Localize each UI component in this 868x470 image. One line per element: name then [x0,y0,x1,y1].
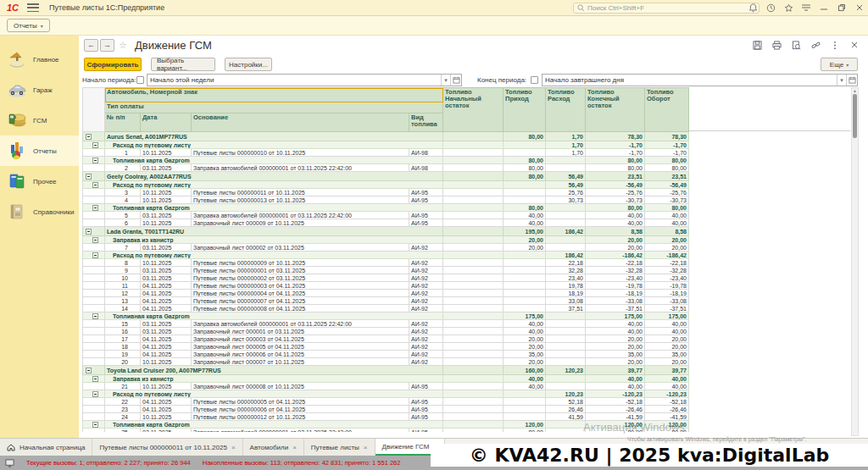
fuel-value-cell[interactable]: -18,19 [645,290,689,297]
fuel-value-cell[interactable] [504,149,546,157]
group-payment-label[interactable]: Топливная карта Gazprom [105,312,443,320]
row-fuel-type[interactable]: АИ-92 [409,267,443,274]
row-fuel-type[interactable]: АИ-98 [409,164,443,172]
close-icon[interactable] [849,40,860,50]
fuel-value-cell[interactable]: 40,00 [645,219,689,227]
group-payment-label[interactable]: Заправка из канистр [105,236,443,244]
back-button[interactable]: ← [84,39,98,52]
group-vehicle-label[interactable]: Toyota Land Cruiser 200, A007MP77RUS [105,366,443,375]
forward-button[interactable]: → [100,39,114,52]
fuel-value-cell[interactable] [443,413,504,421]
fuel-value-cell[interactable]: 20,00 [586,244,645,252]
favorites-icon[interactable] [783,3,793,13]
period-start-checkbox[interactable] [136,76,144,84]
fuel-value-cell[interactable] [443,282,504,290]
fuel-value-cell[interactable] [443,358,504,366]
row-num[interactable]: 23 [105,406,141,413]
fuel-value-cell[interactable]: 20,00 [504,343,546,351]
fuel-value-cell[interactable]: -33,08 [645,297,689,305]
fuel-value-cell[interactable] [546,212,586,219]
fuel-value-cell[interactable] [504,189,546,196]
fuel-value-cell[interactable]: -52,18 [645,398,689,406]
group-vehicle-label[interactable]: Lada Granta, T001TT142RU [105,227,443,236]
fuel-value-cell[interactable]: -37,51 [645,305,689,312]
fuel-value-cell[interactable]: 41,59 [546,413,586,421]
fuel-value-cell[interactable]: 20,00 [586,343,645,351]
fuel-value-cell[interactable] [546,358,586,366]
dropdown-arrow-icon[interactable]: ▾ [837,75,846,86]
fuel-value-cell[interactable]: 40,00 [645,375,689,383]
row-basis[interactable]: Путевые листы 000000007 от 04.11.2025 [192,297,409,305]
fuel-value-cell[interactable] [546,320,586,328]
fuel-value-cell[interactable] [443,305,504,312]
print-icon[interactable] [771,40,782,50]
favorite-star-icon[interactable]: ☆ [119,40,127,51]
fuel-value-cell[interactable] [443,204,504,212]
row-date[interactable]: 10.11.2025 [141,196,192,204]
fuel-value-cell[interactable]: 20,00 [645,343,689,351]
fuel-value-cell[interactable]: 40,00 [645,212,689,219]
row-num[interactable]: 18 [105,343,141,351]
history-icon[interactable] [765,3,776,13]
collapse-group-icon[interactable] [92,376,98,382]
fuel-value-cell[interactable] [443,383,504,390]
fuel-value-cell[interactable] [546,164,586,172]
fuel-value-cell[interactable]: 23,40 [546,274,586,282]
fuel-value-cell[interactable]: 40,00 [504,375,546,383]
row-fuel-type[interactable]: АИ-92 [409,282,443,290]
fuel-value-cell[interactable]: -30,73 [586,196,645,204]
fuel-value-cell[interactable] [443,141,504,149]
fuel-value-cell[interactable] [443,189,504,196]
fuel-value-cell[interactable] [546,244,586,252]
fuel-value-cell[interactable] [546,429,586,433]
window-tab[interactable]: Путевые листы 000000011 от 10.11.2025× [92,439,242,456]
row-num[interactable]: 8 [105,259,141,267]
fuel-value-cell[interactable]: 186,42 [546,227,586,236]
close-icon[interactable] [854,3,865,13]
row-fuel-type[interactable]: АИ-92 [409,305,443,312]
row-basis[interactable]: Путевые листы 000000003 от 04.11.2025 [192,282,409,290]
row-basis[interactable]: Заправка автомобилей 000000001 от 03.11.… [192,164,409,172]
fuel-value-cell[interactable]: 40,00 [586,219,645,227]
fuel-value-cell[interactable] [504,252,546,259]
group-payment-label[interactable]: Топливная карта Gazprom [105,421,443,429]
col-out-header[interactable]: Топливо Расход [546,88,586,132]
fuel-value-cell[interactable]: 20,00 [586,335,645,343]
fuel-value-cell[interactable]: -32,28 [586,267,645,274]
row-fuel-type[interactable]: АИ-92 [409,358,443,366]
fuel-value-cell[interactable]: 80,00 [504,204,546,212]
row-date[interactable]: 03.11.2025 [141,274,192,282]
fuel-value-cell[interactable] [443,429,504,433]
row-num[interactable]: 13 [105,297,141,305]
fuel-value-cell[interactable]: 80,00 [586,157,645,164]
period-end-field[interactable]: Начало завтрашнего дня ▾ [542,74,858,86]
fuel-value-cell[interactable]: 33,08 [546,297,586,305]
calendar-icon[interactable] [846,75,857,86]
fuel-value-cell[interactable]: 40,00 [504,383,546,390]
fuel-value-cell[interactable] [504,413,546,421]
fuel-value-cell[interactable] [443,252,504,259]
fuel-value-cell[interactable] [546,421,586,429]
row-fuel-type[interactable]: АИ-92 [409,328,443,335]
collapse-group-icon[interactable] [92,142,98,148]
fuel-value-cell[interactable] [443,421,504,429]
fuel-value-cell[interactable]: 40,00 [586,320,645,328]
fuel-value-cell[interactable]: -37,51 [586,305,645,312]
fuel-value-cell[interactable] [443,398,504,406]
row-num[interactable]: 11 [105,282,141,290]
fuel-value-cell[interactable]: 175,00 [645,312,689,320]
fuel-value-cell[interactable]: 186,42 [546,252,586,259]
fuel-value-cell[interactable] [443,259,504,267]
fuel-value-cell[interactable]: 40,00 [504,212,546,219]
fuel-value-cell[interactable]: -32,28 [645,267,689,274]
fuel-value-cell[interactable]: 37,51 [546,305,586,312]
group-payment-label[interactable]: Заправка из канистр [105,375,443,383]
col-in-header[interactable]: Топливо Приход [504,88,546,132]
fuel-value-cell[interactable]: 8,58 [586,227,645,236]
group-vehicle-label[interactable]: Aurus Senat, A001MP77RUS [105,132,443,141]
fuel-value-cell[interactable]: -25,76 [586,189,645,196]
row-num[interactable]: 25 [105,429,141,433]
fuel-value-cell[interactable] [504,259,546,267]
row-fuel-type[interactable]: АИ-92 [409,320,443,328]
fuel-value-cell[interactable]: 35,00 [645,351,689,358]
